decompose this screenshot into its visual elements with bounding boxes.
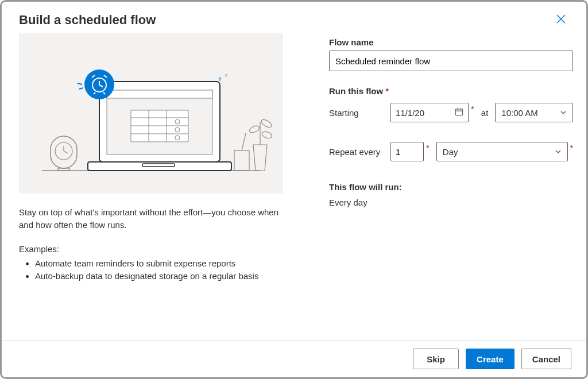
svg-text:×: × xyxy=(225,72,228,79)
illustration: + × xyxy=(19,33,283,194)
chevron-down-icon xyxy=(555,147,562,157)
flow-run-summary-text: Every day xyxy=(329,198,573,207)
svg-line-30 xyxy=(78,83,82,84)
svg-point-37 xyxy=(261,130,273,140)
examples-label: Examples: xyxy=(19,244,283,254)
starting-time-value: 10:00 AM xyxy=(501,108,537,118)
close-icon xyxy=(556,14,566,26)
dialog-description: Stay on top of what's important without … xyxy=(19,206,283,231)
svg-line-39 xyxy=(242,133,246,150)
svg-point-35 xyxy=(249,125,261,134)
repeat-row: Repeat every * Day * xyxy=(329,142,573,161)
right-pane: Flow name Run this flow * Starting 11/1/… xyxy=(329,33,573,334)
required-marker: * xyxy=(570,142,574,153)
list-item: Automate team reminders to submit expens… xyxy=(35,257,283,270)
svg-rect-10 xyxy=(107,90,212,98)
repeat-count-input[interactable] xyxy=(390,142,424,161)
chevron-down-icon xyxy=(560,108,567,118)
svg-text:+: + xyxy=(218,74,222,83)
repeat-unit-value: Day xyxy=(443,147,458,157)
dialog-body: + × Stay on top of what's important with… xyxy=(2,33,586,340)
starting-date-value: 11/1/20 xyxy=(396,108,424,118)
close-button[interactable] xyxy=(553,12,569,28)
starting-row: Starting 11/1/20 * at 10:00 AM xyxy=(329,103,573,122)
dialog-title: Build a scheduled flow xyxy=(19,13,156,28)
run-this-flow-label: Run this flow * xyxy=(329,86,573,96)
svg-rect-3 xyxy=(51,136,77,168)
required-marker: * xyxy=(471,103,474,114)
skip-button[interactable]: Skip xyxy=(413,349,459,369)
starting-label: Starting xyxy=(329,108,384,118)
at-label: at xyxy=(481,108,489,118)
scheduled-flow-dialog: Build a scheduled flow xyxy=(0,0,588,379)
repeat-label: Repeat every xyxy=(329,147,384,157)
svg-line-31 xyxy=(79,88,83,89)
flow-name-input[interactable] xyxy=(329,51,573,71)
starting-date-picker[interactable]: 11/1/20 xyxy=(390,103,469,122)
left-pane: + × Stay on top of what's important with… xyxy=(19,33,283,334)
svg-rect-38 xyxy=(234,150,249,171)
svg-point-36 xyxy=(260,118,273,129)
svg-line-6 xyxy=(64,151,68,153)
required-marker: * xyxy=(426,142,430,153)
svg-rect-40 xyxy=(455,109,462,115)
create-button[interactable]: Create xyxy=(466,349,514,369)
list-item: Auto-backup data to designated storage o… xyxy=(35,270,283,283)
flow-name-label: Flow name xyxy=(329,37,573,47)
examples-list: Automate team reminders to submit expens… xyxy=(19,257,283,283)
run-this-flow-section: Run this flow * Starting 11/1/20 * at 10… xyxy=(329,86,573,207)
cancel-button[interactable]: Cancel xyxy=(521,349,571,369)
flow-run-summary-label: This flow will run: xyxy=(329,182,573,192)
dialog-header: Build a scheduled flow xyxy=(2,2,586,33)
calendar-icon xyxy=(455,107,463,118)
dialog-footer: Skip Create Cancel xyxy=(2,340,586,377)
starting-time-select[interactable]: 10:00 AM xyxy=(495,103,573,122)
repeat-unit-select[interactable]: Day xyxy=(436,142,568,161)
